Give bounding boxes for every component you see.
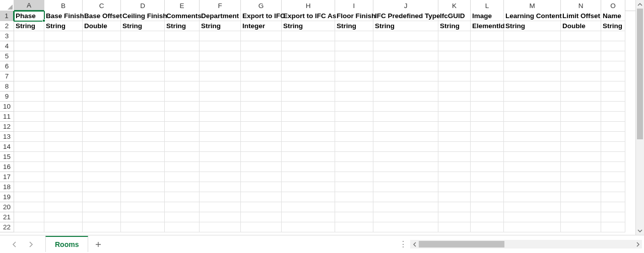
cell-C16[interactable]: [83, 162, 121, 172]
column-header-L[interactable]: L: [471, 0, 504, 11]
cell-N3[interactable]: [561, 31, 601, 41]
cell-C20[interactable]: [83, 202, 121, 212]
cell-K21[interactable]: [438, 212, 471, 222]
cell-G14[interactable]: [241, 142, 282, 152]
cell-D15[interactable]: [121, 152, 165, 162]
cell-G1[interactable]: Export to IFC: [241, 11, 282, 21]
scroll-up-button[interactable]: [636, 0, 644, 9]
cell-L21[interactable]: [471, 212, 504, 222]
vertical-scroll-thumb[interactable]: [637, 9, 643, 139]
cell-G8[interactable]: [241, 81, 282, 92]
cell-B15[interactable]: [44, 152, 83, 162]
cell-I20[interactable]: [335, 202, 373, 212]
cell-I10[interactable]: [335, 102, 373, 112]
horizontal-scrollbar[interactable]: [410, 240, 642, 248]
cell-F16[interactable]: [200, 162, 241, 172]
cell-O1[interactable]: Name: [601, 11, 625, 21]
cell-I17[interactable]: [335, 172, 373, 182]
cell-J8[interactable]: [373, 81, 438, 92]
cell-D9[interactable]: [121, 92, 165, 102]
cell-H12[interactable]: [282, 122, 335, 132]
cell-J1[interactable]: IFC Predefined Type: [373, 11, 438, 21]
cell-H2[interactable]: String: [282, 21, 335, 31]
cell-I21[interactable]: [335, 212, 373, 222]
cell-O21[interactable]: [601, 212, 625, 222]
horizontal-scroll-track[interactable]: [419, 240, 633, 248]
cell-F5[interactable]: [200, 51, 241, 61]
cell-B21[interactable]: [44, 212, 83, 222]
cell-A3[interactable]: [14, 31, 44, 41]
cell-L13[interactable]: [471, 132, 504, 142]
cell-O19[interactable]: [601, 192, 625, 202]
sheet-tab-rooms[interactable]: Rooms: [45, 236, 88, 252]
cell-E5[interactable]: [165, 51, 200, 61]
cell-M13[interactable]: [504, 132, 561, 142]
cell-O6[interactable]: [601, 61, 625, 71]
cell-K2[interactable]: String: [438, 21, 471, 31]
cell-L14[interactable]: [471, 142, 504, 152]
cell-A16[interactable]: [14, 162, 44, 172]
cell-B7[interactable]: [44, 71, 83, 81]
row-header-18[interactable]: 18: [0, 182, 14, 192]
row-header-7[interactable]: 7: [0, 71, 14, 81]
cell-A11[interactable]: [14, 112, 44, 122]
vertical-scrollbar[interactable]: [635, 0, 644, 235]
cell-C11[interactable]: [83, 112, 121, 122]
cell-H1[interactable]: Export to IFC As: [282, 11, 335, 21]
cell-L10[interactable]: [471, 102, 504, 112]
cell-J20[interactable]: [373, 202, 438, 212]
cell-K19[interactable]: [438, 192, 471, 202]
row-header-21[interactable]: 21: [0, 212, 14, 222]
cell-I14[interactable]: [335, 142, 373, 152]
cell-C12[interactable]: [83, 122, 121, 132]
row-header-8[interactable]: 8: [0, 81, 14, 92]
cell-K8[interactable]: [438, 81, 471, 92]
cell-I12[interactable]: [335, 122, 373, 132]
column-header-H[interactable]: H: [282, 0, 335, 11]
cell-N7[interactable]: [561, 71, 601, 81]
cell-B2[interactable]: String: [44, 21, 83, 31]
cell-D5[interactable]: [121, 51, 165, 61]
cell-D13[interactable]: [121, 132, 165, 142]
cell-D4[interactable]: [121, 41, 165, 51]
cell-J7[interactable]: [373, 71, 438, 81]
cell-F21[interactable]: [200, 212, 241, 222]
cell-K17[interactable]: [438, 172, 471, 182]
cell-M5[interactable]: [504, 51, 561, 61]
fill-handle[interactable]: [42, 19, 45, 22]
cell-E18[interactable]: [165, 182, 200, 192]
cell-A5[interactable]: [14, 51, 44, 61]
cell-L17[interactable]: [471, 172, 504, 182]
cell-K7[interactable]: [438, 71, 471, 81]
cell-F3[interactable]: [200, 31, 241, 41]
cell-I1[interactable]: Floor Finish: [335, 11, 373, 21]
cell-J13[interactable]: [373, 132, 438, 142]
cell-G7[interactable]: [241, 71, 282, 81]
cell-C8[interactable]: [83, 81, 121, 92]
cell-D11[interactable]: [121, 112, 165, 122]
cell-A8[interactable]: [14, 81, 44, 92]
cell-O8[interactable]: [601, 81, 625, 92]
cell-O5[interactable]: [601, 51, 625, 61]
cell-H7[interactable]: [282, 71, 335, 81]
cell-E9[interactable]: [165, 92, 200, 102]
cell-M18[interactable]: [504, 182, 561, 192]
cell-E17[interactable]: [165, 172, 200, 182]
next-sheet-button[interactable]: [27, 241, 34, 248]
cell-D12[interactable]: [121, 122, 165, 132]
cell-A18[interactable]: [14, 182, 44, 192]
cell-J3[interactable]: [373, 31, 438, 41]
cell-B12[interactable]: [44, 122, 83, 132]
column-header-G[interactable]: G: [241, 0, 282, 11]
cell-O18[interactable]: [601, 182, 625, 192]
cell-B1[interactable]: Base Finish: [44, 11, 83, 21]
column-header-D[interactable]: D: [121, 0, 165, 11]
cell-B18[interactable]: [44, 182, 83, 192]
cell-N12[interactable]: [561, 122, 601, 132]
cell-C2[interactable]: Double: [83, 21, 121, 31]
cell-N2[interactable]: Double: [561, 21, 601, 31]
cell-L11[interactable]: [471, 112, 504, 122]
cell-H8[interactable]: [282, 81, 335, 92]
cell-D7[interactable]: [121, 71, 165, 81]
cell-B9[interactable]: [44, 92, 83, 102]
